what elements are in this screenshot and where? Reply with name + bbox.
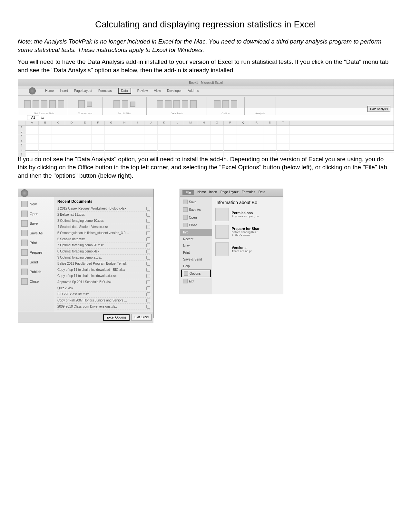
cell[interactable] (197, 144, 210, 148)
tab-formulas[interactable]: Formulas (242, 190, 255, 195)
info-item[interactable]: Info (180, 229, 212, 236)
row-header[interactable]: 1 (18, 126, 25, 130)
cell[interactable] (131, 135, 144, 139)
cell[interactable] (237, 148, 250, 153)
cell[interactable] (277, 130, 290, 134)
cell[interactable] (197, 126, 210, 130)
recent-doc[interactable]: Copy of sp 11 to chairs inc download - B… (57, 267, 150, 273)
cell[interactable] (171, 153, 184, 157)
recent-doc[interactable]: 9 Optimal foraging demo 2.xlsx (57, 255, 150, 261)
office-menu-item[interactable]: Save As (18, 228, 54, 238)
col-header[interactable]: N (197, 121, 210, 125)
office-menu-item[interactable]: Publish (18, 267, 54, 277)
pin-icon[interactable] (146, 237, 150, 241)
recent-doc[interactable]: 5 Osmoregulation in fishes_student versi… (57, 230, 150, 236)
cell[interactable] (105, 130, 118, 134)
ribbon-icon[interactable] (190, 100, 197, 108)
cell[interactable] (277, 135, 290, 139)
cell[interactable] (144, 148, 158, 153)
saveas-item[interactable]: Save As (180, 206, 212, 213)
cell[interactable] (184, 148, 197, 153)
recent-doc[interactable]: 3 Optimal foraging demo 10.xlsx (57, 218, 150, 224)
cell[interactable] (118, 153, 131, 157)
cell[interactable] (131, 130, 144, 134)
cell[interactable] (158, 153, 171, 157)
office-menu-item[interactable]: Send (18, 257, 54, 267)
cell[interactable] (277, 148, 290, 153)
ribbon-icon[interactable] (182, 100, 188, 108)
row-header[interactable]: 3 (18, 135, 25, 139)
data-analysis-button[interactable]: Data Analysis (367, 106, 390, 112)
ribbon-icon[interactable] (157, 100, 163, 108)
cell[interactable] (105, 139, 118, 143)
pin-icon[interactable] (146, 250, 150, 253)
cell[interactable] (144, 135, 158, 139)
cell[interactable] (144, 130, 158, 134)
cell[interactable] (65, 130, 78, 134)
cell[interactable] (39, 144, 52, 148)
cell[interactable] (171, 144, 184, 148)
pin-icon[interactable] (146, 280, 150, 284)
col-header[interactable]: Q (237, 121, 250, 125)
exit-item[interactable]: Exit (180, 277, 212, 285)
cell[interactable] (237, 139, 250, 143)
cell[interactable] (118, 148, 131, 153)
recent-doc[interactable]: 2009-2010 Classroom Drive versions.xlsx (57, 304, 150, 310)
row-header[interactable]: 2 (18, 130, 25, 134)
cell[interactable] (25, 130, 39, 134)
cell[interactable] (277, 144, 290, 148)
cell[interactable] (250, 153, 263, 157)
row-header[interactable]: 5 (18, 144, 25, 148)
cell[interactable] (210, 139, 224, 143)
cell[interactable] (92, 135, 105, 139)
ribbon-icon[interactable] (222, 100, 229, 108)
cell[interactable] (210, 144, 224, 148)
cell[interactable] (65, 148, 78, 153)
recent-doc[interactable]: 4 Seabird data Student Version.xlsx (57, 224, 150, 230)
print-item[interactable]: Print (180, 249, 212, 256)
pin-icon[interactable] (146, 219, 150, 223)
manage-versions-icon[interactable] (215, 242, 229, 256)
ribbon-icon[interactable] (113, 100, 120, 108)
ribbon-icon[interactable] (231, 100, 237, 108)
cell[interactable] (158, 130, 171, 134)
pin-icon[interactable] (146, 231, 150, 235)
cell[interactable] (171, 126, 184, 130)
check-issues-icon[interactable] (215, 225, 229, 239)
cell[interactable] (144, 139, 158, 143)
cell[interactable] (92, 148, 105, 153)
office-menu-item[interactable]: New (18, 199, 54, 209)
recent-doc[interactable]: 8 Optimal foraging demo.xlsx (57, 249, 150, 255)
col-header[interactable]: I (131, 121, 144, 125)
recent-doc[interactable]: Copy of Fall 2007 Honors Juniors and Sen… (57, 298, 150, 304)
col-header[interactable]: O (210, 121, 224, 125)
pin-icon[interactable] (146, 305, 150, 309)
cell[interactable] (171, 130, 184, 134)
recent-doc[interactable]: BIO 220 class list.xlsx (57, 291, 150, 298)
cell[interactable] (25, 148, 39, 153)
cell[interactable] (39, 126, 52, 130)
cell[interactable] (131, 148, 144, 153)
cell[interactable] (237, 130, 250, 134)
cell[interactable] (237, 144, 250, 148)
col-header[interactable]: E (78, 121, 92, 125)
cell[interactable] (263, 144, 277, 148)
cell[interactable] (39, 130, 52, 134)
col-header[interactable]: P (224, 121, 237, 125)
cell[interactable] (52, 153, 65, 157)
cell[interactable] (52, 139, 65, 143)
cell[interactable] (184, 130, 197, 134)
tab-view[interactable]: View (154, 89, 161, 93)
cell[interactable] (65, 139, 78, 143)
tab-review[interactable]: Review (137, 89, 148, 93)
cell[interactable] (92, 144, 105, 148)
cell[interactable] (52, 148, 65, 153)
cell[interactable] (171, 148, 184, 153)
pin-icon[interactable] (146, 225, 150, 229)
cell[interactable] (65, 135, 78, 139)
cell[interactable] (210, 130, 224, 134)
cell[interactable] (250, 139, 263, 143)
ribbon-icon[interactable] (214, 100, 220, 108)
cell[interactable] (263, 148, 277, 153)
ribbon-icon[interactable] (33, 100, 39, 108)
